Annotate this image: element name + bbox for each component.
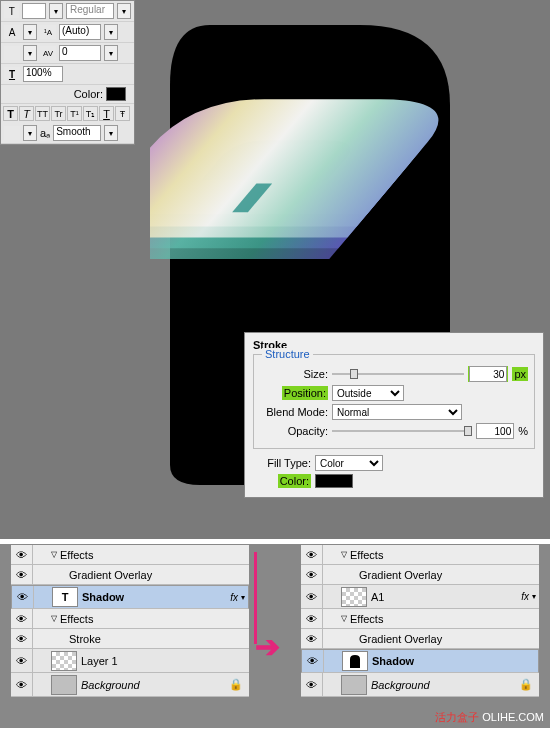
opacity-unit: % — [518, 425, 528, 437]
visibility-toggle[interactable]: 👁 — [11, 629, 33, 648]
gradient-overlay-label: Gradient Overlay — [69, 569, 249, 581]
layers-comparison-area: 👁▽Effects 👁Gradient Overlay 👁TShadowfx▾ … — [0, 544, 550, 728]
layer-shadow[interactable]: 👁Shadow — [301, 649, 539, 673]
visibility-toggle[interactable]: 👁 — [301, 629, 323, 648]
dropdown-icon[interactable]: ▾ — [23, 45, 37, 61]
size-input[interactable] — [469, 366, 507, 382]
collapse-icon[interactable]: ▽ — [51, 550, 57, 559]
structure-legend: Structure — [262, 348, 313, 360]
dropdown-icon[interactable]: ▾ — [104, 45, 118, 61]
visibility-toggle[interactable]: 👁 — [11, 673, 33, 696]
lock-icon: 🔒 — [229, 678, 243, 691]
visibility-toggle[interactable]: 👁 — [302, 650, 324, 672]
lang-icon — [4, 126, 20, 140]
filltype-label: Fill Type: — [253, 457, 311, 469]
visibility-toggle[interactable]: 👁 — [301, 565, 323, 584]
layers-panel-left: 👁▽Effects 👁Gradient Overlay 👁TShadowfx▾ … — [10, 544, 250, 698]
bold-button[interactable]: T — [3, 106, 18, 121]
type-layer-icon: T — [52, 587, 78, 607]
position-select[interactable]: Outside — [332, 385, 404, 401]
visibility-toggle[interactable]: 👁 — [301, 585, 323, 608]
position-label: Position: — [282, 386, 328, 400]
dropdown-icon[interactable]: ▾ — [117, 3, 131, 19]
size-unit: px — [512, 367, 528, 381]
text-color-swatch[interactable] — [106, 87, 126, 101]
dropdown-icon[interactable]: ▾ — [23, 24, 37, 40]
visibility-toggle[interactable]: 👁 — [301, 673, 323, 696]
blendmode-select[interactable]: Normal — [332, 404, 462, 420]
layer-thumb — [341, 675, 367, 695]
gradient-overlay-label: Gradient Overlay — [359, 633, 539, 645]
size-label: Size: — [260, 368, 328, 380]
tracking-input[interactable]: 0 — [59, 45, 101, 61]
structure-fieldset: Structure Size: px Position: Outside Ble… — [253, 354, 535, 449]
fx-icon[interactable]: fx — [521, 591, 529, 602]
arrow-icon: ➔ — [255, 629, 280, 664]
canvas-top-area: T ▾ Regular ▾ A ▾ ¹A (Auto) ▾ ▾ AV 0 ▾ T… — [0, 0, 550, 544]
layers-panel-right: 👁▽Effects 👁Gradient Overlay 👁A1fx▾ 👁▽Eff… — [300, 544, 540, 698]
opacity-slider[interactable] — [332, 424, 472, 438]
fx-icon[interactable]: fx — [230, 592, 238, 603]
character-panel: T ▾ Regular ▾ A ▾ ¹A (Auto) ▾ ▾ AV 0 ▾ T… — [0, 0, 135, 145]
visibility-toggle[interactable]: 👁 — [11, 565, 33, 584]
effects-label: Effects — [60, 549, 249, 561]
leading-icon: A — [4, 25, 20, 39]
dropdown-icon[interactable]: ▾ — [104, 125, 118, 141]
layer-thumb — [51, 675, 77, 695]
layer-background[interactable]: 👁Background🔒 — [11, 673, 249, 697]
layer-background[interactable]: 👁Background🔒 — [301, 673, 539, 697]
collapse-icon[interactable]: ▾ — [241, 593, 245, 602]
layer-thumb — [342, 651, 368, 671]
visibility-toggle[interactable]: 👁 — [301, 609, 323, 628]
visibility-toggle[interactable]: 👁 — [12, 586, 34, 608]
tracking-icon: AV — [40, 46, 56, 60]
color-label: Color: — [74, 88, 103, 100]
visibility-toggle[interactable]: 👁 — [301, 545, 323, 564]
blendmode-label: Blend Mode: — [260, 406, 328, 418]
lock-icon: 🔒 — [519, 678, 533, 691]
layer-a1[interactable]: 👁A1fx▾ — [301, 585, 539, 609]
scale-input[interactable]: 100% — [23, 66, 63, 82]
collapse-icon[interactable]: ▽ — [341, 550, 347, 559]
stroke-effect-label: Stroke — [69, 633, 249, 645]
dropdown-icon[interactable]: ▾ — [104, 24, 118, 40]
strikethrough-button[interactable]: Ŧ — [115, 106, 130, 121]
allcaps-button[interactable]: TT — [35, 106, 50, 121]
collapse-icon[interactable]: ▽ — [341, 614, 347, 623]
italic-button[interactable]: T — [19, 106, 34, 121]
smallcaps-button[interactable]: Tr — [51, 106, 66, 121]
layer-layer1[interactable]: 👁Layer 1 — [11, 649, 249, 673]
dropdown-icon[interactable]: ▾ — [23, 125, 37, 141]
visibility-toggle[interactable]: 👁 — [11, 609, 33, 628]
size-slider[interactable] — [332, 367, 464, 381]
layer-thumb — [341, 587, 367, 607]
font-style-select[interactable]: Regular — [66, 3, 114, 19]
stroke-color-swatch[interactable] — [315, 474, 353, 488]
underline-button[interactable]: T — [99, 106, 114, 121]
layer-thumb — [51, 651, 77, 671]
font-size-icon: T — [4, 4, 19, 18]
stroke-panel: Stroke Structure Size: px Position: Outs… — [244, 332, 544, 498]
leading-input[interactable]: (Auto) — [59, 24, 101, 40]
stroke-color-label: Color: — [278, 474, 311, 488]
gradient-overlay-label: Gradient Overlay — [359, 569, 539, 581]
visibility-toggle[interactable]: 👁 — [11, 649, 33, 672]
filltype-select[interactable]: Color — [315, 455, 383, 471]
watermark: 活力盒子 OLIHE.COM — [435, 710, 544, 725]
effects-label: Effects — [350, 613, 539, 625]
superscript-button[interactable]: T¹ — [67, 106, 82, 121]
opacity-label: Opacity: — [260, 425, 328, 437]
leading-auto-icon: ¹A — [40, 25, 56, 39]
effects-label: Effects — [350, 549, 539, 561]
antialias-select[interactable]: Smooth — [53, 125, 101, 141]
subscript-button[interactable]: T₁ — [83, 106, 98, 121]
scale-icon: T — [4, 67, 20, 81]
layer-shadow[interactable]: 👁TShadowfx▾ — [11, 585, 249, 609]
collapse-icon[interactable]: ▾ — [532, 592, 536, 601]
visibility-toggle[interactable]: 👁 — [11, 545, 33, 564]
font-size-input[interactable] — [22, 3, 46, 19]
dropdown-icon[interactable]: ▾ — [49, 3, 63, 19]
collapse-icon[interactable]: ▽ — [51, 614, 57, 623]
kerning-icon — [4, 46, 20, 60]
opacity-input[interactable] — [476, 423, 514, 439]
